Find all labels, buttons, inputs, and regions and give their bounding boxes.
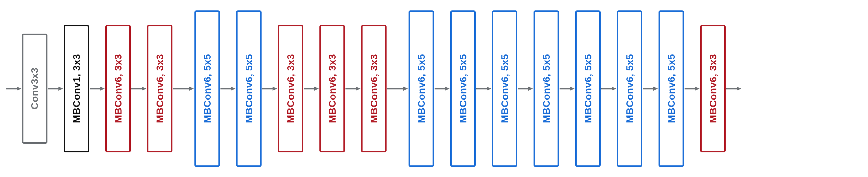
layer-block: Conv3x3	[22, 34, 48, 144]
layer-label: MBConv6, 3x3	[154, 54, 165, 123]
layer-label: MBConv6, 5x5	[243, 54, 255, 123]
layer-label: MBConv6, 5x5	[416, 54, 427, 123]
svg-marker-15	[314, 87, 319, 91]
layer-label: MBConv6, 3x3	[368, 54, 380, 123]
layer-block: MBConv6, 3x3	[147, 25, 173, 152]
svg-marker-21	[445, 87, 450, 91]
layer-block: MBConv6, 5x5	[617, 10, 642, 167]
layer-label: MBConv6, 3x3	[707, 54, 719, 123]
flow-arrow-icon	[345, 86, 361, 92]
svg-marker-33	[695, 87, 700, 91]
layer-block: MBConv6, 3x3	[278, 25, 303, 152]
layer-label: MBConv6, 3x3	[113, 54, 124, 123]
layer-block: MBConv6, 5x5	[194, 10, 220, 167]
layer-label: MBConv6, 5x5	[624, 54, 636, 123]
layer-block: MBConv6, 3x3	[319, 25, 345, 152]
svg-marker-25	[528, 87, 533, 91]
layer-block: MBConv6, 3x3	[700, 25, 726, 152]
svg-marker-1	[17, 87, 22, 91]
layer-block: MBConv6, 5x5	[450, 10, 476, 167]
layer-block: MBConv6, 5x5	[236, 10, 261, 167]
svg-marker-7	[142, 87, 146, 91]
layer-block: MBConv6, 5x5	[492, 10, 517, 167]
svg-marker-23	[487, 87, 491, 91]
svg-marker-17	[356, 87, 361, 91]
svg-marker-9	[189, 87, 194, 91]
flow-arrow-icon	[89, 86, 105, 92]
layer-label: MBConv6, 5x5	[666, 54, 677, 123]
layer-block: MBConv6, 5x5	[533, 10, 559, 167]
flow-arrow-icon	[303, 86, 319, 92]
flow-arrow-icon	[517, 86, 533, 92]
layer-label: MBConv6, 3x3	[285, 54, 296, 123]
layer-label: Conv3x3	[29, 67, 40, 110]
svg-marker-3	[58, 87, 63, 91]
flow-arrow-icon	[434, 86, 450, 92]
architecture-row: Conv3x3MBConv1, 3x3MBConv6, 3x3MBConv6, …	[0, 0, 868, 177]
flow-arrow-icon	[173, 86, 194, 92]
flow-arrow-icon	[131, 86, 147, 92]
svg-marker-11	[231, 87, 236, 91]
svg-marker-35	[737, 87, 741, 91]
layer-block: MBConv6, 5x5	[658, 10, 684, 167]
flow-arrow-icon	[261, 86, 278, 92]
flow-arrow-icon	[559, 86, 575, 92]
layer-label: MBConv6, 5x5	[541, 54, 552, 123]
layer-label: MBConv6, 3x3	[327, 54, 338, 123]
layer-block: MBConv1, 3x3	[64, 25, 89, 152]
layer-label: MBConv6, 5x5	[499, 54, 510, 123]
flow-arrow-icon	[386, 86, 408, 92]
flow-arrow-icon	[642, 86, 658, 92]
flow-arrow-icon	[6, 86, 22, 92]
flow-arrow-icon	[684, 86, 700, 92]
svg-marker-31	[653, 87, 658, 91]
flow-arrow-icon	[476, 86, 492, 92]
layer-label: MBConv6, 5x5	[202, 54, 213, 123]
layer-block: MBConv6, 3x3	[361, 25, 386, 152]
flow-arrow-icon	[48, 86, 64, 92]
layer-block: MBConv6, 5x5	[575, 10, 601, 167]
svg-marker-27	[570, 87, 575, 91]
flow-arrow-icon	[220, 86, 236, 92]
flow-arrow-icon	[601, 86, 617, 92]
layer-block: MBConv6, 5x5	[408, 10, 434, 167]
svg-marker-19	[403, 87, 408, 91]
svg-marker-29	[612, 87, 616, 91]
svg-marker-13	[273, 87, 277, 91]
layer-label: MBConv1, 3x3	[71, 54, 82, 123]
layer-label: MBConv6, 5x5	[458, 54, 469, 123]
layer-block: MBConv6, 3x3	[105, 25, 131, 152]
svg-marker-5	[100, 87, 105, 91]
flow-arrow-icon	[726, 86, 742, 92]
layer-label: MBConv6, 5x5	[582, 54, 594, 123]
